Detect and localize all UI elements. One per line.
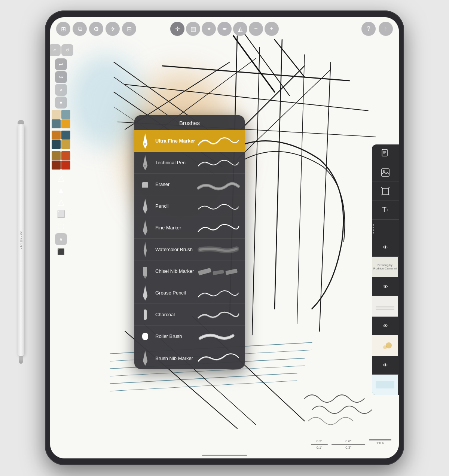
svg-rect-39 [198,268,211,275]
sidebar-refresh-button[interactable]: ↺ [61,44,73,56]
ruler-label-01: 0.1" [317,446,323,449]
swatch-gold[interactable] [61,140,70,149]
svg-rect-52 [382,188,388,194]
page-icon-button[interactable] [372,144,399,163]
swatch-red[interactable] [61,161,70,170]
layer-thumbnail-2[interactable] [372,296,398,317]
ruler-bar-3 [369,439,391,440]
move-tool-button[interactable]: ✛ [170,22,184,36]
brush-item-fine-marker[interactable]: Fine Marker [134,217,245,239]
erase-tool-button[interactable]: − [249,22,263,36]
ruler-item-2: 0.6" 0.3" [332,439,365,449]
swatch-dark-teal[interactable] [52,119,61,128]
ruler-bar-2 [332,444,365,445]
eye-icon-1[interactable]: 👁 [372,238,399,257]
layer-thumbnail-1[interactable]: Drawing by Rodrigo Camanni [372,257,398,277]
swatch-dark-red[interactable] [52,161,61,170]
swatch-red-orange[interactable] [61,151,70,160]
brush-tool-1[interactable]: △ [52,173,70,184]
image-icon-button[interactable] [372,163,399,182]
layer-tool[interactable]: ⬛ [52,246,70,257]
home-bar [202,455,247,456]
pen-tool-button[interactable]: ✒ [217,22,232,36]
brush-tool-2[interactable]: ▲ [52,184,70,196]
svg-line-56 [388,194,390,195]
brush-item-watercolor-brush[interactable]: Watercolor Brush [134,239,245,260]
ruler-label-03: 0.3" [345,446,351,449]
brush-tool-3[interactable]: △ [52,196,70,208]
fine-marker-preview [196,220,240,235]
pencil-icon [139,198,152,214]
settings-button[interactable]: ⚙ [89,22,103,36]
help-button[interactable]: ? [361,22,376,36]
svg-rect-32 [142,182,148,187]
hatch-tool-button[interactable]: ▤ [186,22,200,36]
technical-pen-icon [139,155,152,171]
brush-item-chisel-nib-marker[interactable]: Chisel Nib Marker [134,260,245,282]
down-chevron-button[interactable]: ∨ [55,233,67,245]
apple-pencil: Pencil Pro [16,120,26,374]
chisel-nib-marker-name: Chisel Nib Marker [155,268,196,274]
brush-item-roller-brush[interactable]: Roller Brush [134,326,245,347]
swatch-dark-gold[interactable] [52,151,61,160]
scale-ruler: 0.2" 0.1" 0.6" 0.3" 1:0.6 [311,439,391,449]
grease-pencil-icon [139,285,152,301]
swatch-dark-orange[interactable] [52,131,61,140]
svg-line-3 [297,55,305,324]
svg-rect-29 [144,143,146,145]
brush-item-eraser[interactable]: Eraser [134,174,245,195]
svg-line-23 [275,40,305,77]
ruler-label-scale: 1:0.6 [376,441,384,445]
svg-line-53 [381,187,382,188]
swatch-cream[interactable] [52,110,61,119]
color-swatches-3 [52,151,70,170]
layer-thumbnail-4[interactable] [372,375,398,395]
brush-item-technical-pen[interactable]: Technical Pen [134,152,245,174]
brush-item-pencil[interactable]: Pencil [134,195,245,217]
collapse-button[interactable]: ∧ [55,84,67,96]
pencil-top [18,120,24,124]
eye-icon-4[interactable]: 👁 [372,356,399,375]
transform-icon-button[interactable] [372,182,399,201]
swatch-teal[interactable] [61,110,70,119]
undo-button[interactable]: ↩ [55,58,67,70]
layer-thumbnail-3[interactable] [372,335,398,356]
navigation-button[interactable]: ✈ [106,22,120,36]
brush-item-brush-nib-marker[interactable]: Brush Nib Marker [134,347,245,369]
pencil-body: Pencil Pro [18,124,24,356]
grid-button[interactable]: ⊞ [56,22,70,36]
swatch-orange[interactable] [61,119,70,128]
star-tool-button[interactable]: ✦ [202,22,216,36]
fine-marker-icon [139,220,152,236]
redo-button[interactable]: ↪ [55,71,67,83]
svg-marker-35 [143,220,147,235]
ruler-item-1: 0.2" 0.1" [311,439,328,449]
brush-tool-4[interactable]: ⬜ [52,208,70,220]
pencil-label: Pencil Pro [19,231,23,250]
ruler-button[interactable]: ⊟ [122,22,136,36]
svg-line-11 [237,70,331,159]
shape-tool-button[interactable]: ◭ [233,22,247,36]
ruler-item-3: 1:0.6 [369,439,391,449]
ultra-fine-marker-name: Ultra Fine Marker [155,138,196,144]
layers-button[interactable]: ⧉ [73,22,87,36]
technical-pen-preview [196,155,240,170]
roller-brush-icon [139,328,152,345]
eraser-tool[interactable]: ⬚ [52,220,70,232]
dot-button[interactable]: • [55,97,67,109]
brush-nib-marker-preview [196,351,240,366]
brush-item-grease-pencil[interactable]: Grease Pencil [134,282,245,304]
eraser-name: Eraser [155,181,196,187]
brush-item-ultra-fine-marker[interactable]: Ultra Fine Marker [134,130,245,152]
eye-icon-2[interactable]: 👁 [372,277,399,296]
swatch-navy[interactable] [52,140,61,149]
add-tool-button[interactable]: + [265,22,279,36]
sidebar-back-button[interactable]: « [50,44,61,56]
swatch-deep-teal[interactable] [61,131,70,140]
brush-item-charcoal[interactable]: Charcoal [134,304,245,326]
svg-line-22 [245,34,290,96]
share-button[interactable]: ↑ [379,22,393,36]
eye-icon-3[interactable]: 👁 [372,317,399,335]
text-icon-button[interactable]: T+ [372,201,399,219]
grease-pencil-preview [196,286,240,300]
